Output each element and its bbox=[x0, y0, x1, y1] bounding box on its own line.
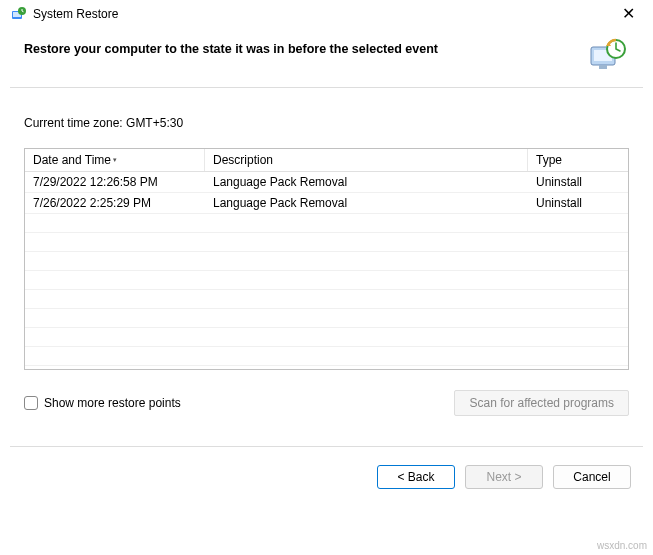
table-header: Date and Time▾ Description Type bbox=[25, 149, 628, 172]
timezone-label: Current time zone: GMT+5:30 bbox=[24, 116, 629, 130]
table-row bbox=[25, 271, 628, 290]
table-row bbox=[25, 309, 628, 328]
table-row bbox=[25, 290, 628, 309]
cell-type: Uninstall bbox=[528, 193, 628, 213]
cell-datetime: 7/26/2022 2:25:29 PM bbox=[25, 193, 205, 213]
watermark: wsxdn.com bbox=[597, 540, 647, 551]
cell-description: Language Pack Removal bbox=[205, 193, 528, 213]
cell-description: Language Pack Removal bbox=[205, 172, 528, 192]
page-heading: Restore your computer to the state it wa… bbox=[24, 42, 579, 56]
column-description[interactable]: Description bbox=[205, 149, 528, 171]
scan-affected-button[interactable]: Scan for affected programs bbox=[454, 390, 629, 416]
show-more-label: Show more restore points bbox=[44, 396, 181, 410]
cell-type: Uninstall bbox=[528, 172, 628, 192]
table-row bbox=[25, 233, 628, 252]
close-icon[interactable]: ✕ bbox=[614, 6, 643, 22]
table-row bbox=[25, 328, 628, 347]
cell-datetime: 7/29/2022 12:26:58 PM bbox=[25, 172, 205, 192]
table-row bbox=[25, 214, 628, 233]
next-button[interactable]: Next > bbox=[465, 465, 543, 489]
svg-rect-5 bbox=[599, 65, 607, 69]
back-button[interactable]: < Back bbox=[377, 465, 455, 489]
system-restore-large-icon bbox=[589, 37, 629, 73]
table-row bbox=[25, 252, 628, 271]
checkbox-icon bbox=[24, 396, 38, 410]
cancel-button[interactable]: Cancel bbox=[553, 465, 631, 489]
table-body: 7/29/2022 12:26:58 PM Language Pack Remo… bbox=[25, 172, 628, 366]
column-datetime[interactable]: Date and Time▾ bbox=[25, 149, 205, 171]
restore-points-table: Date and Time▾ Description Type 7/29/202… bbox=[24, 148, 629, 370]
sort-desc-icon: ▾ bbox=[113, 156, 117, 163]
table-row[interactable]: 7/26/2022 2:25:29 PM Language Pack Remov… bbox=[25, 193, 628, 214]
table-row[interactable]: 7/29/2022 12:26:58 PM Language Pack Remo… bbox=[25, 172, 628, 193]
footer-buttons: < Back Next > Cancel bbox=[0, 447, 653, 489]
table-row bbox=[25, 347, 628, 366]
show-more-checkbox[interactable]: Show more restore points bbox=[24, 396, 181, 410]
column-datetime-label: Date and Time bbox=[33, 153, 111, 167]
column-type[interactable]: Type bbox=[528, 149, 628, 171]
restore-icon bbox=[10, 6, 26, 22]
window-title: System Restore bbox=[33, 7, 118, 21]
